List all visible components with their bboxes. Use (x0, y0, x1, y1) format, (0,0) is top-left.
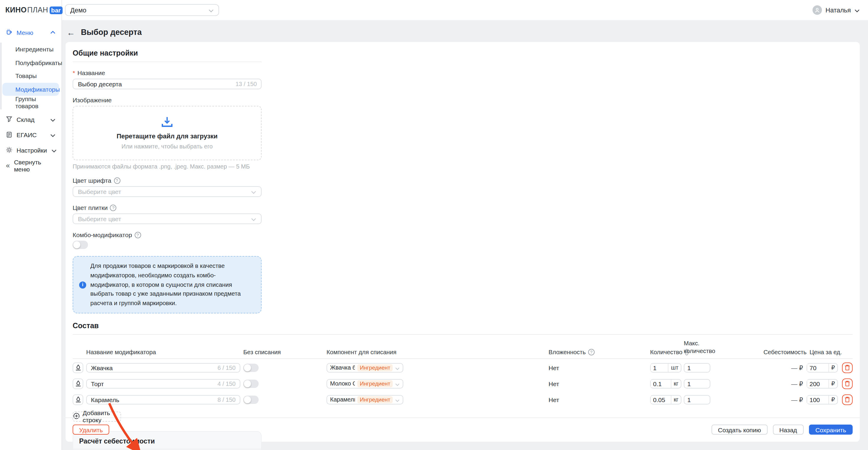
delete-row-button[interactable] (842, 394, 852, 405)
color-fill-button[interactable] (73, 362, 83, 373)
logo-badge: bar (49, 6, 63, 14)
chevron-down-icon (251, 188, 256, 195)
modifier-name-input[interactable] (86, 363, 240, 372)
qty-unit: кг (671, 395, 681, 403)
chevron-up-icon (50, 30, 56, 34)
cost-calc-divider (73, 449, 261, 449)
component-select[interactable]: Жвачка бабл г... Ингредиент (327, 363, 403, 372)
component-name: Карамель для ... (330, 396, 355, 403)
price-input[interactable] (807, 380, 828, 387)
component-select[interactable]: Молоко Сухое ... Ингредиент (327, 379, 403, 388)
combo-info-box: i Для продажи товаров с маркировкой в ка… (73, 256, 261, 313)
sidebar-item-settings-label: Настройки (17, 147, 47, 154)
max-qty-wrap (684, 379, 710, 388)
qty-input[interactable] (651, 396, 671, 403)
price-input[interactable] (807, 364, 828, 371)
sidebar-item-semifinished[interactable]: Полуфабрикаты (2, 56, 59, 69)
col-nesting-text: Вложенность (549, 348, 586, 355)
chevron-down-icon (51, 147, 56, 154)
sidebar-submenu: Ингредиенты Полуфабрикаты Товары Модифик… (0, 43, 61, 109)
no-writeoff-toggle[interactable] (243, 379, 259, 388)
price-input[interactable] (807, 396, 828, 403)
sidebar-item-ingredients[interactable]: Ингредиенты (2, 43, 59, 56)
max-qty-input[interactable] (684, 379, 710, 388)
delete-button[interactable]: Удалить (73, 425, 109, 434)
font-color-placeholder: Выберите цвет (78, 188, 247, 195)
back-button[interactable]: Назад (773, 425, 803, 434)
save-button[interactable]: Сохранить (809, 425, 852, 434)
price-currency: ₽ (828, 363, 837, 372)
font-color-label: Цвет шрифта ? (73, 177, 852, 184)
delete-row-button[interactable] (842, 362, 852, 373)
clipboard-icon (6, 131, 12, 139)
font-color-select[interactable]: Выберите цвет (73, 186, 261, 197)
venue-select[interactable]: Демо (65, 4, 219, 16)
sidebar-item-settings[interactable]: Настройки (0, 143, 61, 157)
modifier-name-wrap: 8 / 150 (86, 395, 240, 404)
topbar: Демо Наталья (62, 0, 868, 20)
sidebar-item-warehouse-label: Склад (17, 116, 46, 123)
table-row: 4 / 150 Молоко Сухое ... Ингредиент Нет (73, 376, 852, 391)
toggle-knob (244, 396, 251, 403)
modifier-name-input[interactable] (86, 379, 240, 388)
col-name: Название модификатора (86, 348, 243, 355)
combo-modifier-toggle[interactable] (73, 241, 88, 249)
price-currency: ₽ (828, 379, 837, 388)
user-name: Наталья (826, 6, 851, 13)
back-arrow-icon[interactable]: ← (67, 28, 75, 36)
delete-row-button[interactable] (842, 378, 852, 389)
sidebar-item-egais[interactable]: ЕГАИС (0, 128, 61, 142)
component-type-tag: Ингредиент (358, 364, 393, 371)
max-qty-input[interactable] (684, 363, 710, 372)
name-input[interactable] (73, 79, 261, 89)
upload-title: Перетащите файл для загрузки (117, 133, 218, 140)
sidebar-nav: Меню Ингредиенты Полуфабрикаты Товары Мо… (0, 20, 61, 172)
sidebar-item-egais-label: ЕГАИС (17, 131, 46, 138)
collapse-icon: « (6, 162, 10, 170)
chevron-down-icon (395, 380, 400, 387)
max-qty-input[interactable] (684, 395, 710, 403)
create-copy-button[interactable]: Создать копию (712, 425, 768, 434)
qty-input[interactable] (651, 364, 668, 371)
no-writeoff-toggle[interactable] (243, 363, 259, 372)
toggle-knob (244, 364, 251, 371)
nesting-value: Нет (549, 380, 650, 387)
qty-unit: шт (668, 363, 681, 372)
help-icon[interactable]: ? (114, 177, 120, 184)
sidebar-item-menu[interactable]: Меню (0, 25, 61, 39)
color-fill-button[interactable] (73, 378, 83, 389)
sidebar-item-warehouse[interactable]: Склад (0, 113, 61, 126)
logo: КИНОПЛАНbar (0, 0, 61, 20)
sidebar-item-product-groups[interactable]: Группы товаров (2, 96, 59, 109)
sidebar-item-products[interactable]: Товары (2, 69, 59, 83)
sidebar-item-modifiers[interactable]: Модификаторы (2, 83, 59, 96)
help-icon[interactable]: ? (110, 204, 117, 211)
logo-text-main: КИНО (5, 6, 27, 14)
price-input-group: ₽ (807, 395, 838, 404)
combo-modifier-label-text: Комбо-модификатор (73, 231, 132, 238)
composition-table-header: Название модификатора Без списания Компо… (73, 335, 852, 359)
component-select[interactable]: Карамель для ... Ингредиент (327, 395, 403, 404)
tile-color-label-text: Цвет плитки (73, 204, 108, 211)
col-max-line1: Макс. (684, 340, 713, 348)
component-type-tag: Ингредиент (358, 380, 393, 387)
color-fill-button[interactable] (73, 394, 83, 405)
tile-color-select[interactable]: Выберите цвет (73, 214, 261, 224)
main-area: ← Выбор десерта Общие настройки * Назван… (62, 20, 868, 450)
table-row: 8 / 150 Карамель для ... Ингредиент Нет (73, 392, 852, 406)
help-icon[interactable]: ? (134, 231, 141, 238)
avatar (812, 5, 822, 15)
footer-right-group: Создать копию Назад Сохранить (712, 425, 852, 434)
composition-title: Состав (73, 322, 852, 330)
chevron-down-icon (50, 131, 56, 138)
qty-input[interactable] (651, 380, 671, 387)
qty-unit: кг (671, 379, 681, 388)
image-upload-dropzone[interactable]: Перетащите файл для загрузки Или нажмите… (73, 106, 261, 160)
qty-input-group: кг (650, 379, 681, 388)
help-icon[interactable]: ? (588, 348, 595, 355)
modifier-name-input[interactable] (86, 395, 240, 404)
user-menu[interactable]: Наталья (812, 5, 860, 15)
sidebar-collapse-button[interactable]: « Свернуть меню (0, 159, 61, 172)
no-writeoff-toggle[interactable] (243, 395, 259, 403)
upload-tray-icon (161, 116, 174, 129)
